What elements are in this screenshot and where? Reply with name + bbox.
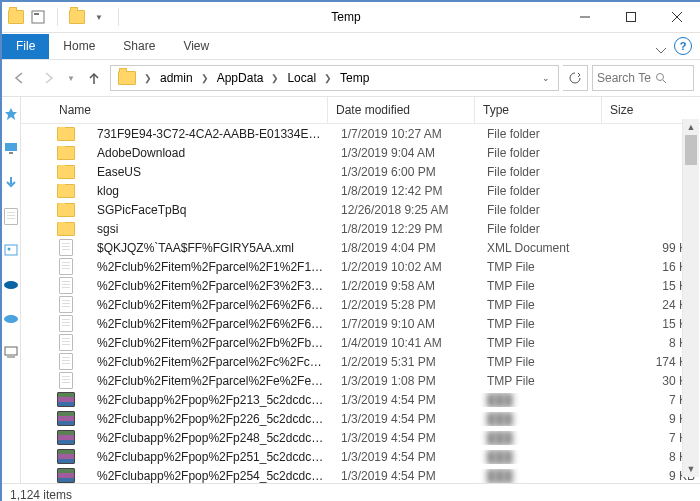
forward-button[interactable]: [36, 66, 60, 90]
file-type: File folder: [479, 127, 605, 141]
table-row[interactable]: %2Fclubapp%2Fpop%2Fp251_5c2dcdc2...1/3/2…: [21, 447, 700, 466]
sidebar-cloud-icon[interactable]: [2, 309, 20, 327]
sidebar-desktop-icon[interactable]: [2, 139, 20, 157]
file-type: File folder: [479, 222, 605, 236]
minimize-button[interactable]: [562, 2, 608, 32]
sidebar-pictures-icon[interactable]: [2, 241, 20, 259]
file-name: klog: [89, 184, 333, 198]
back-button[interactable]: [8, 66, 32, 90]
tab-home[interactable]: Home: [49, 34, 109, 59]
archive-icon: [57, 411, 75, 426]
breadcrumb-root-icon[interactable]: [113, 71, 141, 85]
file-date: 1/3/2019 4:54 PM: [333, 469, 479, 483]
table-row[interactable]: %2Fclub%2Fitem%2Fparcel%2F3%2F383...1/2/…: [21, 276, 700, 295]
file-name: %2Fclub%2Fitem%2Fparcel%2Fb%2Fb68...: [89, 336, 333, 350]
file-type: TMP File: [479, 298, 605, 312]
file-type: TMP File: [479, 317, 605, 331]
table-row[interactable]: %2Fclubapp%2Fpop%2Fp254_5c2dcdc2...1/3/2…: [21, 466, 700, 483]
table-row[interactable]: %2Fclubapp%2Fpop%2Fp248_5c2dcdc2...1/3/2…: [21, 428, 700, 447]
window-controls: [562, 2, 700, 32]
column-type[interactable]: Type: [475, 97, 602, 123]
sidebar-downloads-icon[interactable]: [2, 173, 20, 191]
maximize-button[interactable]: [608, 2, 654, 32]
sidebar-documents-icon[interactable]: [2, 207, 20, 225]
file-date: 1/2/2019 5:28 PM: [333, 298, 479, 312]
file-icon: [59, 239, 73, 256]
sidebar-quickaccess-icon[interactable]: [2, 105, 20, 123]
table-row[interactable]: %2Fclub%2Fitem%2Fparcel%2F6%2F649...1/7/…: [21, 314, 700, 333]
archive-icon: [57, 392, 75, 407]
sidebar-thispc-icon[interactable]: [2, 343, 20, 361]
file-name: sgsi: [89, 222, 333, 236]
scroll-thumb[interactable]: [685, 135, 697, 165]
folder-icon: [57, 165, 75, 179]
table-row[interactable]: sgsi1/8/2019 12:29 PMFile folder: [21, 219, 700, 238]
up-button[interactable]: [82, 66, 106, 90]
archive-icon: [57, 449, 75, 464]
folder-icon: [57, 127, 75, 141]
breadcrumb-admin[interactable]: admin: [155, 71, 198, 85]
qat-dropdown-icon[interactable]: ▼: [91, 9, 107, 25]
vertical-scrollbar[interactable]: ▲ ▼: [682, 119, 699, 477]
table-row[interactable]: %2Fclub%2Fitem%2Fparcel%2Fe%2Fe11...1/3/…: [21, 371, 700, 390]
refresh-button[interactable]: [563, 65, 588, 91]
column-name[interactable]: Name: [21, 97, 328, 123]
file-date: 1/3/2019 6:00 PM: [333, 165, 479, 179]
table-row[interactable]: %2Fclub%2Fitem%2Fparcel%2Fb%2Fb68...1/4/…: [21, 333, 700, 352]
archive-icon: [57, 430, 75, 445]
file-date: 1/2/2019 9:58 AM: [333, 279, 479, 293]
open-folder-icon[interactable]: [69, 9, 85, 25]
svg-line-8: [663, 80, 666, 83]
table-row[interactable]: EaseUS1/3/2019 6:00 PMFile folder: [21, 162, 700, 181]
chevron-right-icon[interactable]: ❯: [141, 73, 155, 83]
file-date: 12/26/2018 9:25 AM: [333, 203, 479, 217]
file-type: File folder: [479, 203, 605, 217]
table-row[interactable]: SGPicFaceTpBq12/26/2018 9:25 AMFile fold…: [21, 200, 700, 219]
breadcrumb-local[interactable]: Local: [282, 71, 321, 85]
table-row[interactable]: %2Fclubapp%2Fpop%2Fp226_5c2dcdc2...1/3/2…: [21, 409, 700, 428]
table-row[interactable]: %2Fclub%2Fitem%2Fparcel%2Fc%2Fcd2...1/2/…: [21, 352, 700, 371]
table-row[interactable]: $QKJQZ%`TAA$FF%FGIRY5AA.xml1/8/2019 4:04…: [21, 238, 700, 257]
table-row[interactable]: %2Fclubapp%2Fpop%2Fp213_5c2dcdc2...1/3/2…: [21, 390, 700, 409]
file-date: 1/3/2019 9:04 AM: [333, 146, 479, 160]
scroll-up-icon[interactable]: ▲: [683, 119, 699, 135]
file-name: %2Fclubapp%2Fpop%2Fp226_5c2dcdc2...: [89, 412, 333, 426]
address-bar[interactable]: ❯ admin ❯ AppData ❯ Local ❯ Temp ⌄: [110, 65, 559, 91]
chevron-right-icon[interactable]: ❯: [268, 73, 282, 83]
chevron-right-icon[interactable]: ❯: [198, 73, 212, 83]
address-dropdown-icon[interactable]: ⌄: [536, 73, 556, 83]
file-name: SGPicFaceTpBq: [89, 203, 333, 217]
table-row[interactable]: 731F9E94-3C72-4CA2-AABB-E01334EF74731/7/…: [21, 124, 700, 143]
ribbon-expand-icon[interactable]: [656, 45, 666, 55]
file-tab[interactable]: File: [2, 34, 49, 59]
file-name: AdobeDownload: [89, 146, 333, 160]
content-area: Name Date modified Type Size 731F9E94-3C…: [2, 97, 700, 483]
sidebar-onedrive-icon[interactable]: [2, 275, 20, 293]
recent-dropdown-icon[interactable]: ▼: [64, 66, 78, 90]
file-name: %2Fclub%2Fitem%2Fparcel%2F1%2F119...: [89, 260, 333, 274]
svg-point-7: [656, 74, 663, 81]
help-icon[interactable]: ?: [674, 37, 692, 55]
table-row[interactable]: %2Fclub%2Fitem%2Fparcel%2F6%2F6f58...1/2…: [21, 295, 700, 314]
file-icon: [59, 258, 73, 275]
breadcrumb-temp[interactable]: Temp: [335, 71, 374, 85]
scroll-down-icon[interactable]: ▼: [683, 461, 699, 477]
tab-share[interactable]: Share: [109, 34, 169, 59]
file-name: %2Fclub%2Fitem%2Fparcel%2F6%2F6f58...: [89, 298, 333, 312]
search-input[interactable]: Search Te: [592, 65, 694, 91]
tab-view[interactable]: View: [169, 34, 223, 59]
file-icon: [59, 334, 73, 351]
svg-rect-1: [34, 13, 39, 15]
file-type: XML Document: [479, 241, 605, 255]
table-row[interactable]: %2Fclub%2Fitem%2Fparcel%2F1%2F119...1/2/…: [21, 257, 700, 276]
close-button[interactable]: [654, 2, 700, 32]
status-bar: 1,124 items: [2, 483, 700, 501]
chevron-right-icon[interactable]: ❯: [321, 73, 335, 83]
file-date: 1/3/2019 1:08 PM: [333, 374, 479, 388]
breadcrumb-appdata[interactable]: AppData: [212, 71, 269, 85]
column-date[interactable]: Date modified: [328, 97, 475, 123]
table-row[interactable]: AdobeDownload1/3/2019 9:04 AMFile folder: [21, 143, 700, 162]
properties-icon[interactable]: [30, 9, 46, 25]
table-row[interactable]: klog1/8/2019 12:42 PMFile folder: [21, 181, 700, 200]
file-list[interactable]: 731F9E94-3C72-4CA2-AABB-E01334EF74731/7/…: [21, 124, 700, 483]
